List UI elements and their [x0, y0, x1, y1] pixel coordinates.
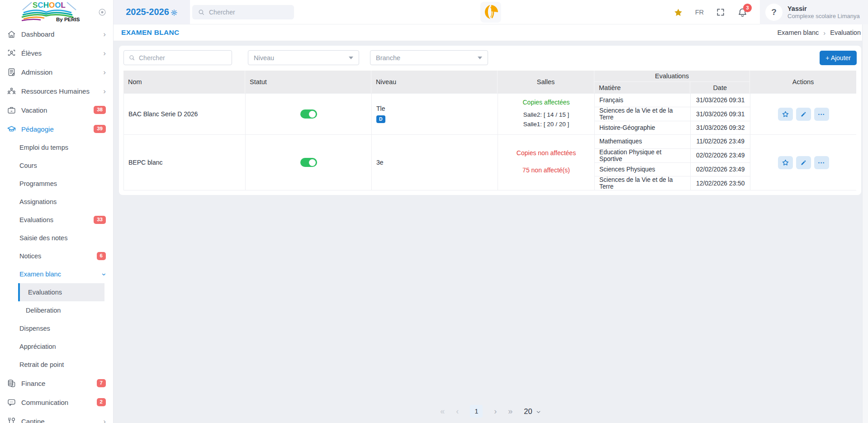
org-logo[interactable] — [480, 2, 501, 23]
prev-page-button[interactable]: ‹ — [456, 407, 459, 415]
edit-button[interactable] — [796, 156, 811, 169]
sidebar-item-appreciation[interactable]: Appréciation — [0, 337, 113, 356]
sidebar-item-label: Emploi du temps — [19, 144, 106, 151]
page-number[interactable]: 1 — [470, 405, 483, 418]
page-size-selector[interactable]: 20 — [524, 407, 541, 416]
sidebar-item-admission[interactable]: Admission› — [0, 62, 113, 81]
sidebar-item-programmes[interactable]: Programmes — [0, 175, 113, 193]
sidebar-item-label: Vacation — [21, 106, 94, 114]
sidebar-item-label: Programmes — [19, 180, 106, 187]
sidebar-item-cantine[interactable]: Cantine› — [0, 412, 113, 423]
chevron-right-icon: › — [103, 30, 106, 38]
first-page-button[interactable]: « — [440, 407, 445, 415]
sidebar-item-saisie-des-notes[interactable]: Saisie des notes — [0, 229, 113, 247]
sidebar-item-label: Ressources Humaines — [21, 87, 100, 95]
main-area: 2025-2026 Chercher FR — [114, 0, 868, 423]
app-root: SCHOOL By PERIS Dashboard›Élèves›Admissi… — [0, 0, 868, 423]
count-badge: 39 — [94, 125, 106, 133]
sidebar-item-label: Cantine — [21, 418, 100, 423]
sidebar-item-label: Cours — [19, 162, 106, 169]
sidebar-item-ressources-humaines[interactable]: Ressources Humaines› — [0, 81, 113, 100]
add-button[interactable]: + Ajouter — [820, 51, 857, 65]
sidebar-item-label: Evaluations — [19, 216, 94, 223]
count-badge: 7 — [97, 379, 106, 387]
column-header-matiere: Matière — [594, 82, 690, 93]
sidebar-item-notices[interactable]: Notices6 — [0, 247, 113, 265]
fullscreen-icon[interactable] — [716, 8, 725, 17]
status-toggle[interactable] — [300, 158, 317, 167]
evaluation-row: Education Physique et Sportive02/02/2026… — [595, 149, 750, 163]
edit-button[interactable] — [796, 108, 811, 121]
count-badge: 33 — [94, 216, 106, 224]
global-search-input[interactable]: Chercher — [192, 5, 294, 19]
branche-select[interactable]: Branche — [370, 50, 488, 65]
sidebar-item-retrait-de-point[interactable]: Retrait de point — [0, 356, 113, 374]
school-logo: SCHOOL By PERIS — [16, 0, 85, 24]
table-search-input[interactable] — [139, 54, 227, 62]
caret-down-icon — [478, 57, 482, 59]
sidebar-item-dispenses[interactable]: Dispenses — [0, 319, 113, 337]
matiere-value: Sciences de la Vie et de la Terre — [595, 107, 691, 121]
more-actions-button[interactable]: ... — [814, 156, 829, 169]
sidebar-item-cours[interactable]: Cours — [0, 157, 113, 175]
date-value: 31/03/2026 09:31 — [691, 94, 750, 107]
column-header-nom: Nom — [123, 71, 245, 93]
notifications-bell[interactable]: 3 — [737, 7, 748, 18]
user-menu[interactable]: ? Yassir Complexe scolaire Limanya — [760, 0, 868, 24]
count-badge: 2 — [97, 398, 106, 406]
language-selector[interactable]: FR — [695, 9, 704, 16]
sidebar-item-vacation[interactable]: Vacation38 — [0, 100, 113, 119]
last-page-button[interactable]: » — [508, 407, 512, 415]
scrollbar-track[interactable] — [862, 24, 868, 423]
svg-text:SCHOOL: SCHOOL — [33, 1, 66, 10]
salles-status: Copies affectées — [522, 99, 569, 106]
favorites-star-icon[interactable] — [674, 8, 683, 17]
sidebar-item-communication[interactable]: Communication2 — [0, 393, 113, 412]
sidebar-item-label: Examen blanc — [19, 271, 100, 278]
sidebar-item-evaluations[interactable]: Evaluations — [18, 283, 104, 301]
sidebar-item-examen-blanc[interactable]: Examen blanc› — [0, 265, 113, 283]
niveau-select-value: Niveau — [254, 54, 274, 62]
communication-icon — [6, 397, 16, 407]
evaluations-table: Nom Statut Niveau Salles Evaluations Mat… — [123, 71, 856, 190]
breadcrumb-examen-blanc[interactable]: Examen blanc — [777, 29, 819, 36]
cell-statut — [246, 94, 372, 134]
count-badge: 6 — [97, 252, 106, 260]
sidebar-item-assignations[interactable]: Assignations — [0, 193, 113, 211]
niveau-select[interactable]: Niveau — [248, 50, 359, 65]
date-value: 02/02/2026 23:49 — [691, 149, 750, 162]
cantine-icon — [6, 416, 16, 423]
evaluations-card: Niveau Branche + Ajouter Nom Statut Nive… — [119, 46, 861, 195]
notification-badge: 3 — [743, 4, 752, 12]
cell-actions: ... — [750, 94, 856, 134]
next-page-button[interactable]: › — [494, 407, 497, 415]
sidebar-item-pedagogie[interactable]: Pédagogie39 — [0, 119, 113, 138]
matiere-value: Sciences de la Vie et de la Terre — [595, 176, 691, 190]
sidebar-item-emploi-du-temps[interactable]: Emploi du temps — [0, 138, 113, 157]
sidebar-item-label: Dispenses — [19, 325, 106, 332]
search-icon — [128, 54, 135, 61]
pagination: « ‹ 1 › » 20 — [114, 405, 868, 418]
sidebar-item-label: Élèves — [21, 49, 100, 57]
filter-row: Niveau Branche + Ajouter — [123, 50, 857, 65]
sidebar-item-evaluations[interactable]: Evaluations33 — [0, 211, 113, 229]
sidebar-item-label: Deliberation — [26, 307, 106, 314]
sidebar-item-eleves[interactable]: Élèves› — [0, 43, 113, 62]
sidebar-item-deliberation[interactable]: Deliberation — [0, 301, 113, 319]
school-year-selector[interactable]: 2025-2026 — [114, 0, 190, 24]
star-outline-icon — [782, 110, 789, 118]
status-toggle[interactable] — [300, 109, 317, 119]
chevron-right-icon: › — [103, 68, 106, 76]
favorite-button[interactable] — [778, 108, 793, 121]
matiere-value: Mathematiques — [595, 135, 691, 148]
sidebar-item-label: Saisie des notes — [19, 234, 106, 242]
column-header-actions: Actions — [750, 71, 856, 93]
salles-status: Copies non affectées — [517, 149, 576, 157]
more-actions-button[interactable]: ... — [814, 108, 829, 121]
radio-icon[interactable] — [98, 8, 107, 17]
sidebar-item-label: Appréciation — [19, 343, 106, 350]
sidebar-item-dashboard[interactable]: Dashboard› — [0, 24, 113, 43]
column-group-evaluations: Evaluations Matière Date — [594, 71, 750, 93]
sidebar-item-finance[interactable]: Finance7 — [0, 374, 113, 393]
favorite-button[interactable] — [778, 156, 793, 169]
